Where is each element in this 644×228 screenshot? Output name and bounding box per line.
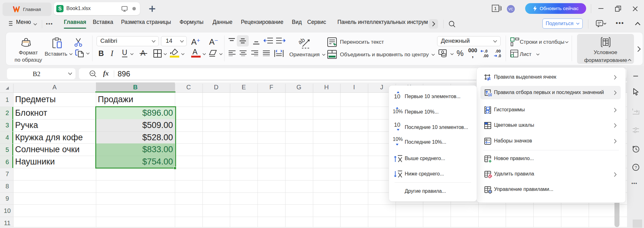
svg-text:10: 10 xyxy=(488,93,492,97)
svg-text:1: 1 xyxy=(494,6,497,11)
svg-text:.00: .00 xyxy=(483,54,488,58)
svg-text:.0: .0 xyxy=(484,49,487,53)
svg-text:.0: .0 xyxy=(498,54,501,58)
svg-text:.00: .00 xyxy=(495,49,501,53)
svg-text:?: ? xyxy=(635,165,637,170)
